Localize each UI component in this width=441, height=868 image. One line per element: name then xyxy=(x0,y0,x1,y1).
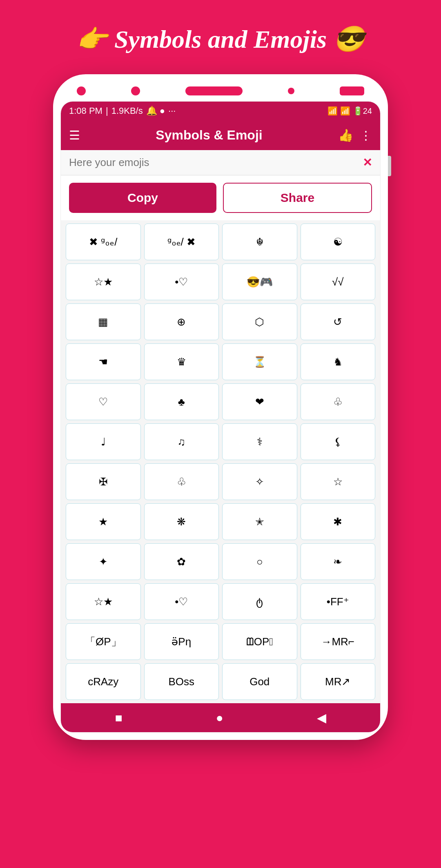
symbol-cell[interactable]: ❋ xyxy=(144,503,219,540)
symbol-cell[interactable]: •FF⁺ xyxy=(301,583,376,620)
status-time: 1:08 PM xyxy=(69,106,102,116)
phone-speaker xyxy=(185,86,243,95)
symbol-cell[interactable]: ⚕ xyxy=(222,423,297,460)
symbol-cell[interactable]: BOss xyxy=(144,663,219,700)
symbol-cell[interactable]: ♣ xyxy=(144,383,219,420)
nav-home-button[interactable]: ● xyxy=(216,711,223,725)
toolbar-actions: 👍 ⋮ xyxy=(338,128,372,142)
copy-button[interactable]: Copy xyxy=(69,183,216,213)
symbol-cell[interactable]: ♩ xyxy=(66,423,141,460)
symbol-cell[interactable]: ə̈Pη xyxy=(144,623,219,660)
symbol-cell[interactable]: ⚸ xyxy=(301,423,376,460)
symbol-cell[interactable]: ✖ ᵍₒₑ/ xyxy=(66,224,141,260)
symbol-cell[interactable]: ♧ xyxy=(144,463,219,500)
symbol-cell[interactable]: ✠ xyxy=(66,463,141,500)
status-speed: 1.9KB/s xyxy=(111,106,143,116)
phone-screen: 1:08 PM | 1.9KB/s 🔔 ● ··· 📶 📶 🔋24 ☰ Symb… xyxy=(60,101,381,733)
symbol-cell[interactable]: •♡ xyxy=(144,583,219,620)
wifi-icon: 📶 xyxy=(327,106,338,116)
symbol-cell[interactable]: ⬡ xyxy=(222,303,297,340)
toolbar-title: Symbols & Emoji xyxy=(156,128,262,143)
symbol-cell[interactable]: 😎🎮 xyxy=(222,264,297,300)
symbol-cell[interactable]: ☯ xyxy=(301,224,376,260)
symbol-grid: ✖ ᵍₒₑ/ᵍₒₑ/ ✖☬☯☆★•♡😎🎮√√▦⊕⬡↺☚♛⏳♞♡♣❤♧♩♫⚕⚸✠♧… xyxy=(61,220,380,703)
more-icon[interactable]: ⋮ xyxy=(360,128,372,142)
symbol-cell[interactable]: ᗶOP᷊ xyxy=(222,623,297,660)
symbol-cell[interactable]: ☆ xyxy=(301,463,376,500)
battery-icon: 🔋24 xyxy=(353,106,372,116)
symbol-cell[interactable]: ✱ xyxy=(301,503,376,540)
symbol-cell[interactable]: ○ xyxy=(222,543,297,580)
title-emoji-left: 👉 xyxy=(76,25,108,53)
status-network: | xyxy=(106,106,108,116)
phone-dot-left xyxy=(77,86,86,95)
symbol-cell[interactable]: ♞ xyxy=(301,343,376,380)
app-toolbar: ☰ Symbols & Emoji 👍 ⋮ xyxy=(61,120,380,150)
symbol-cell[interactable]: ✧ xyxy=(222,463,297,500)
symbol-cell[interactable]: ☆★ xyxy=(66,583,141,620)
phone-top-bar xyxy=(60,86,381,95)
status-dots: ··· xyxy=(168,106,176,116)
nav-back-button[interactable]: ■ xyxy=(115,711,122,725)
symbol-cell[interactable]: ❤ xyxy=(222,383,297,420)
app-title: 👉 Symbols and Emojis 😎 xyxy=(0,24,441,54)
title-emoji-right: 😎 xyxy=(333,25,365,53)
app-header: 👉 Symbols and Emojis 😎 xyxy=(0,0,441,66)
symbol-cell[interactable]: ᵍₒₑ/ ✖ xyxy=(144,224,219,260)
status-right: 📶 📶 🔋24 xyxy=(327,106,372,116)
symbol-cell[interactable]: MR↗ xyxy=(301,663,376,700)
symbol-cell[interactable]: ↺ xyxy=(301,303,376,340)
input-area: ✕ xyxy=(61,150,380,175)
action-buttons: Copy Share xyxy=(61,175,380,220)
symbol-cell[interactable]: ♫ xyxy=(144,423,219,460)
symbol-cell[interactable]: ♛ xyxy=(144,343,219,380)
symbol-cell[interactable]: ★ xyxy=(66,503,141,540)
signal-icon: 📶 xyxy=(340,106,350,116)
symbol-cell[interactable]: ✭ xyxy=(222,503,297,540)
status-dot: 🔔 ● xyxy=(146,106,165,116)
symbol-cell[interactable]: ❧ xyxy=(301,543,376,580)
symbol-cell[interactable]: ♧ xyxy=(301,383,376,420)
symbol-cell[interactable]: cRAzy xyxy=(66,663,141,700)
symbol-cell[interactable]: God xyxy=(222,663,297,700)
symbol-cell[interactable]: 「ØP」 xyxy=(66,623,141,660)
symbol-cell[interactable]: ✿ xyxy=(144,543,219,580)
phone-dot-center xyxy=(131,86,140,95)
phone-sensor xyxy=(288,88,294,94)
symbol-cell[interactable]: √√ xyxy=(301,264,376,300)
symbol-cell[interactable]: ⊕ xyxy=(144,303,219,340)
share-button[interactable]: Share xyxy=(223,183,372,213)
symbol-cell[interactable]: ✦ xyxy=(66,543,141,580)
status-bar: 1:08 PM | 1.9KB/s 🔔 ● ··· 📶 📶 🔋24 xyxy=(61,102,380,120)
title-text: Symbols and Emojis xyxy=(114,25,327,53)
symbol-cell[interactable]: →MR⌐ xyxy=(301,623,376,660)
symbol-cell[interactable]: ☬ xyxy=(222,224,297,260)
clear-button[interactable]: ✕ xyxy=(363,156,372,169)
symbol-cell[interactable]: ☆★ xyxy=(66,264,141,300)
symbol-cell[interactable]: •♡ xyxy=(144,264,219,300)
phone-frame: 1:08 PM | 1.9KB/s 🔔 ● ··· 📶 📶 🔋24 ☰ Symb… xyxy=(53,74,388,740)
symbol-cell[interactable]: ⏳ xyxy=(222,343,297,380)
symbol-cell[interactable]: ▦ xyxy=(66,303,141,340)
phone-camera-btn xyxy=(340,86,364,95)
symbol-cell[interactable]: ტ xyxy=(222,583,297,620)
status-left: 1:08 PM | 1.9KB/s 🔔 ● ··· xyxy=(69,106,176,116)
like-icon[interactable]: 👍 xyxy=(338,128,353,142)
nav-recents-button[interactable]: ◀ xyxy=(317,711,326,725)
symbol-cell[interactable]: ♡ xyxy=(66,383,141,420)
bottom-nav: ■ ● ◀ xyxy=(61,703,380,732)
symbol-cell[interactable]: ☚ xyxy=(66,343,141,380)
menu-icon[interactable]: ☰ xyxy=(69,128,80,142)
phone-side-button xyxy=(388,156,391,176)
emoji-input[interactable] xyxy=(69,156,363,169)
